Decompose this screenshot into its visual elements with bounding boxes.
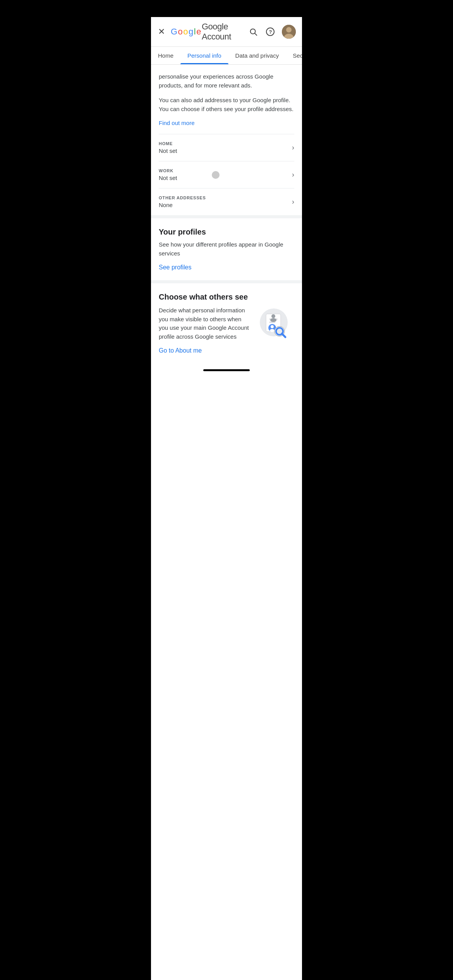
logo-g: G: [171, 27, 177, 37]
tab-data-privacy[interactable]: Data and privacy: [228, 47, 286, 64]
work-address-label: WORK: [159, 168, 177, 173]
avatar[interactable]: [282, 25, 296, 39]
svg-line-1: [255, 33, 257, 35]
profiles-title: Your profiles: [159, 228, 294, 236]
other-address-value: None: [159, 202, 206, 208]
close-button[interactable]: ✕: [157, 26, 166, 37]
home-address-row[interactable]: HOME Not set ›: [159, 134, 294, 161]
choose-section: Choose what others see Decide what perso…: [151, 283, 302, 363]
bottom-bar: [151, 363, 302, 377]
home-address-label: HOME: [159, 141, 177, 146]
account-label: Google Account: [202, 22, 243, 42]
other-address-label: OTHER ADDRESSES: [159, 195, 206, 200]
home-indicator: [203, 369, 250, 371]
svg-text:?: ?: [269, 29, 272, 35]
choose-illustration: [256, 293, 294, 354]
help-button[interactable]: ?: [265, 26, 276, 37]
work-chevron-icon: ›: [292, 171, 294, 179]
addresses-description1: personalise your experiences across Goog…: [159, 72, 294, 90]
work-address-info: WORK Not set: [159, 168, 177, 181]
addresses-section: personalise your experiences across Goog…: [151, 65, 302, 215]
other-address-info: OTHER ADDRESSES None: [159, 195, 206, 208]
section-divider-2: [151, 280, 302, 283]
svg-point-12: [270, 318, 276, 322]
search-button[interactable]: [248, 26, 259, 37]
profiles-description: See how your different profiles appear i…: [159, 240, 294, 258]
status-bar: [151, 0, 302, 17]
ripple-effect: [212, 171, 220, 179]
work-address-row[interactable]: WORK Not set ›: [159, 161, 294, 188]
choose-description: Decide what personal information you mak…: [159, 306, 249, 341]
section-divider-1: [151, 215, 302, 218]
svg-point-14: [271, 325, 274, 328]
nav-tabs: Home Personal info Data and privacy Secu…: [151, 47, 302, 65]
close-icon: ✕: [158, 27, 165, 37]
svg-point-15: [270, 329, 275, 332]
logo-e: e: [196, 27, 201, 37]
choose-content: Choose what others see Decide what perso…: [159, 293, 249, 354]
home-address-info: HOME Not set: [159, 141, 177, 154]
logo-o2: o: [183, 27, 188, 37]
logo-l: l: [194, 27, 196, 37]
go-to-about-me-link[interactable]: Go to About me: [159, 347, 202, 354]
home-address-value: Not set: [159, 147, 177, 154]
header-icons: ?: [248, 25, 296, 39]
google-logo: Google Google Account: [171, 22, 243, 42]
work-address-value: Not set: [159, 175, 177, 181]
profiles-section: Your profiles See how your different pro…: [151, 218, 302, 280]
tab-security[interactable]: Security: [286, 47, 302, 64]
other-address-row[interactable]: OTHER ADDRESSES None ›: [159, 188, 294, 215]
svg-point-5: [286, 27, 292, 33]
logo-o1: o: [178, 27, 183, 37]
tab-personal-info[interactable]: Personal info: [180, 47, 228, 64]
see-profiles-link[interactable]: See profiles: [159, 264, 192, 271]
illustration-svg: [257, 306, 292, 341]
other-chevron-icon: ›: [292, 198, 294, 206]
header: ✕ Google Google Account ?: [151, 17, 302, 47]
tab-home[interactable]: Home: [151, 47, 180, 64]
find-out-more-link[interactable]: Find out more: [159, 120, 195, 126]
svg-line-18: [282, 334, 285, 337]
choose-title: Choose what others see: [159, 293, 249, 302]
addresses-description2: You can also add addresses to your Googl…: [159, 96, 294, 113]
logo-g2: g: [189, 27, 193, 37]
svg-point-11: [271, 314, 275, 318]
home-chevron-icon: ›: [292, 144, 294, 152]
